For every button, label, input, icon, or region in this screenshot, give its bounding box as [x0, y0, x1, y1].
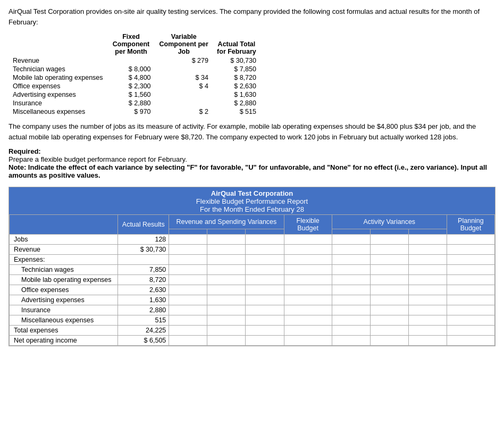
input-revenue-av1[interactable]: [333, 245, 369, 254]
row-revenue-av3[interactable]: [408, 245, 447, 255]
row-revenue-flex[interactable]: [284, 245, 332, 255]
cost-row-office-actual: $ 2,630: [213, 82, 261, 90]
input-tech-rsv2[interactable]: [208, 265, 245, 274]
row-jobs-av1[interactable]: [332, 235, 370, 245]
input-misc-rsv1[interactable]: [170, 316, 206, 324]
input-total-av2[interactable]: [371, 326, 408, 335]
input-misc-rsv2[interactable]: [208, 316, 245, 324]
input-mobile-rsv3[interactable]: [246, 276, 283, 284]
input-net-av2[interactable]: [371, 336, 408, 345]
input-tech-flex[interactable]: [285, 265, 331, 274]
row-revenue-rsv2[interactable]: [207, 245, 246, 255]
row-jobs-rsv1[interactable]: [169, 235, 207, 245]
input-mobile-av2[interactable]: [371, 276, 408, 284]
input-advertising-av3[interactable]: [409, 296, 446, 304]
row-revenue-rsv1[interactable]: [169, 245, 207, 255]
input-advertising-av2[interactable]: [371, 296, 408, 304]
input-jobs-av3[interactable]: [409, 235, 446, 244]
row-jobs-flex[interactable]: [284, 235, 332, 245]
input-insurance-av2[interactable]: [371, 306, 408, 314]
row-revenue-planning[interactable]: [447, 245, 494, 255]
input-office-rsv2[interactable]: [208, 286, 245, 294]
input-revenue-av3[interactable]: [409, 245, 446, 254]
input-misc-av3[interactable]: [409, 316, 446, 324]
input-insurance-flex[interactable]: [285, 306, 331, 314]
input-jobs-av1[interactable]: [333, 235, 369, 244]
row-revenue-rsv3[interactable]: [246, 245, 284, 255]
input-mobile-rsv1[interactable]: [170, 276, 206, 284]
input-total-planning[interactable]: [448, 326, 494, 335]
input-office-av3[interactable]: [409, 286, 446, 294]
input-total-rsv2[interactable]: [208, 326, 245, 335]
input-insurance-rsv3[interactable]: [246, 306, 283, 314]
input-revenue-rsv1[interactable]: [170, 245, 206, 254]
input-advertising-av1[interactable]: [333, 296, 369, 304]
input-office-av2[interactable]: [371, 286, 408, 294]
input-net-rsv1[interactable]: [170, 336, 206, 345]
input-net-av3[interactable]: [409, 336, 446, 345]
input-total-rsv1[interactable]: [170, 326, 206, 335]
input-total-rsv3[interactable]: [246, 326, 283, 335]
input-office-rsv1[interactable]: [170, 286, 206, 294]
input-office-rsv3[interactable]: [246, 286, 283, 294]
input-net-av1[interactable]: [333, 336, 369, 345]
row-revenue-av2[interactable]: [370, 245, 408, 255]
row-jobs-rsv3[interactable]: [246, 235, 284, 245]
row-jobs-av3[interactable]: [408, 235, 447, 245]
input-revenue-planning[interactable]: [448, 245, 494, 254]
input-mobile-av3[interactable]: [409, 276, 446, 284]
input-advertising-rsv1[interactable]: [170, 296, 206, 304]
input-advertising-planning[interactable]: [448, 296, 494, 304]
input-total-flex[interactable]: [285, 326, 331, 335]
row-misc-label: Miscellaneous expenses: [10, 315, 118, 326]
input-office-av1[interactable]: [333, 286, 369, 294]
input-misc-flex[interactable]: [285, 316, 331, 324]
input-insurance-planning[interactable]: [448, 306, 494, 314]
input-revenue-av2[interactable]: [371, 245, 408, 254]
input-jobs-flex[interactable]: [285, 235, 331, 244]
input-jobs-planning[interactable]: [448, 235, 494, 244]
input-net-rsv2[interactable]: [208, 336, 245, 345]
input-jobs-rsv2[interactable]: [208, 235, 245, 244]
input-mobile-flex[interactable]: [285, 276, 331, 284]
input-total-av1[interactable]: [333, 326, 369, 335]
row-jobs-planning[interactable]: [447, 235, 494, 245]
input-office-planning[interactable]: [448, 286, 494, 294]
input-advertising-rsv2[interactable]: [208, 296, 245, 304]
input-tech-rsv1[interactable]: [170, 265, 206, 274]
input-office-flex[interactable]: [285, 286, 331, 294]
input-net-flex[interactable]: [285, 336, 331, 345]
row-revenue-av1[interactable]: [332, 245, 370, 255]
input-net-rsv3[interactable]: [246, 336, 283, 345]
input-advertising-flex[interactable]: [285, 296, 331, 304]
input-jobs-av2[interactable]: [371, 235, 408, 244]
input-misc-planning[interactable]: [448, 316, 494, 324]
input-total-av3[interactable]: [409, 326, 446, 335]
th-av-1: [332, 229, 370, 234]
input-advertising-rsv3[interactable]: [246, 296, 283, 304]
input-jobs-rsv3[interactable]: [246, 235, 283, 244]
input-mobile-av1[interactable]: [333, 276, 369, 284]
input-mobile-rsv2[interactable]: [208, 276, 245, 284]
input-revenue-flex[interactable]: [285, 245, 331, 254]
input-revenue-rsv2[interactable]: [208, 245, 245, 254]
input-insurance-rsv2[interactable]: [208, 306, 245, 314]
input-net-planning[interactable]: [448, 336, 494, 345]
row-jobs-av2[interactable]: [370, 235, 408, 245]
row-jobs-rsv2[interactable]: [207, 235, 246, 245]
input-tech-av3[interactable]: [409, 265, 446, 274]
input-insurance-av3[interactable]: [409, 306, 446, 314]
input-misc-rsv3[interactable]: [246, 316, 283, 324]
input-mobile-planning[interactable]: [448, 276, 494, 284]
input-tech-av1[interactable]: [333, 265, 369, 274]
input-misc-av1[interactable]: [333, 316, 369, 324]
table-row: Insurance 2,880: [10, 305, 495, 315]
input-insurance-rsv1[interactable]: [170, 306, 206, 314]
input-misc-av2[interactable]: [371, 316, 408, 324]
input-tech-rsv3[interactable]: [246, 265, 283, 274]
input-revenue-rsv3[interactable]: [246, 245, 283, 254]
input-tech-planning[interactable]: [448, 265, 494, 274]
input-jobs-rsv1[interactable]: [170, 235, 206, 244]
input-tech-av2[interactable]: [371, 265, 408, 274]
input-insurance-av1[interactable]: [333, 306, 369, 314]
